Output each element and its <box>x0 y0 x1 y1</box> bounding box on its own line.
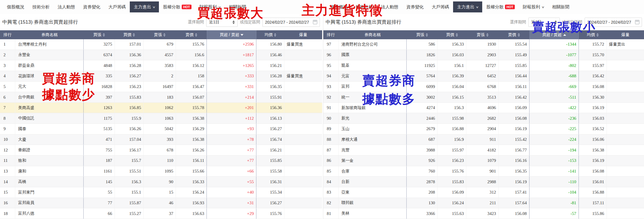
table-row[interactable]: 4花旗環球335156.272158+333156.28爆量買進 <box>0 71 322 82</box>
col-header-4[interactable]: 買價 <box>438 30 466 39</box>
nav-tab-8[interactable]: 相關新聞 <box>225 1 250 12</box>
table-row[interactable]: 85合庫760155.76901156.35-141156.08 <box>323 166 644 177</box>
table-row[interactable]: 82聯邦銀130156.24211157.64-81157.11 <box>323 198 644 209</box>
table-row[interactable]: 83亞東208156.09312157.41-104156.88 <box>323 187 644 198</box>
table-row[interactable]: 88摩根大通687156.9911155.42-224156.06 <box>323 134 644 145</box>
rank-cell: 4 <box>0 71 15 81</box>
sell-price-cell: 156.26 <box>176 145 207 155</box>
table-row[interactable]: 90新光2446155.982682156.08-236156.03 <box>323 113 644 124</box>
period-select[interactable]: 近1日 <box>528 18 560 27</box>
table-row[interactable]: 6台中商銀397155.83183156.07+214155.91 <box>0 92 322 103</box>
broker-name-cell: 永豐金 <box>15 50 84 60</box>
buy-volume-cell: 760 <box>407 166 438 177</box>
table-row[interactable]: 81美林3366155.633423156.08-57155.86 <box>323 208 644 219</box>
buy-volume-cell: 1826 <box>407 50 438 60</box>
table-row[interactable]: 15富邦東門55155.115156.24+40155.34 <box>0 187 322 198</box>
nav-tab-7[interactable]: 財報股利∨ <box>519 1 548 12</box>
col-header-5[interactable]: 賣張 <box>466 30 498 39</box>
table-row[interactable]: 18富邦八德66155.2737156.63+29155.76 <box>0 208 322 219</box>
net-cell: +2596 <box>207 39 256 50</box>
table-row[interactable]: 10大慶471157.04393156.38+78156.74 <box>0 134 322 145</box>
col-header-5[interactable]: 賣張 <box>144 30 176 39</box>
col-header-label: 排行 <box>327 32 335 38</box>
period-select[interactable]: 近1日 <box>206 18 238 27</box>
nav-tab-3[interactable]: 資券變化 <box>79 1 104 12</box>
table-row[interactable]: 7美商高盛1263156.851062155.78+201156.36 <box>0 103 322 113</box>
col-header-7[interactable]: 買超 / 賣超 <box>530 30 579 39</box>
broker-name-cell: 大慶 <box>15 134 84 145</box>
nav-tab-3[interactable]: 資券變化 <box>402 1 428 12</box>
rank-cell: 12 <box>0 145 15 155</box>
table-row[interactable]: 13康和1161155.511095155.66+66155.58 <box>0 166 322 177</box>
sell-price-cell: 155.54 <box>499 39 530 50</box>
col-header-label: 券商名稱 <box>41 32 57 38</box>
table-row[interactable]: 84台新2878155.832988156.19-110156.01 <box>323 177 644 187</box>
net-cell: -104 <box>530 187 579 198</box>
title-row: 中興電 (1513) 券商進出買賣超排行 選擇期間 近1日 或指定區間 2024… <box>0 14 322 30</box>
table-row[interactable]: 91新加坡商瑞銀4274156.34696156.09-422156.19 <box>323 103 644 113</box>
table-row[interactable]: 94元富5764156.396452156.44-688156.42 <box>323 71 644 82</box>
table-row[interactable]: 1台灣摩根士丹利3275157.01679155.76+2596156.80爆量… <box>0 39 322 50</box>
col-header-8[interactable]: 均價 <box>579 30 607 39</box>
table-row[interactable]: 16富邦南員77155.8746156.93+31156.27 <box>0 198 322 209</box>
broker-name-cell: 國票 <box>339 50 407 60</box>
sell-volume-cell: 1063 <box>144 113 176 123</box>
rank-cell: 9 <box>0 124 15 134</box>
col-header-4[interactable]: 買價 <box>115 30 144 39</box>
col-header-3[interactable]: 買張 <box>407 30 438 39</box>
page: 個股概況技術分析法人動態資券變化大戶籌碼主力進出∨股權分散HOT財報股利∨相關新… <box>0 0 644 219</box>
date-range-input[interactable]: 2024/02/27 - 2024/02/27 <box>585 18 642 27</box>
table-row[interactable]: 8中國信託1175155.91063156.38+112156.13 <box>0 113 322 124</box>
nav-tab-5[interactable]: 主力進出∨ <box>453 1 482 12</box>
col-header-label: 賣價 <box>508 32 516 38</box>
avg-price-cell: 155.58 <box>256 166 284 177</box>
table-row[interactable]: 95凱基11925156.112727155.85-802155.97 <box>323 60 644 71</box>
col-header-label: 爆量 <box>622 32 630 38</box>
nav-tab-label: 主力進出 <box>457 4 474 10</box>
nav-tab-4[interactable]: 大戶籌碼 <box>428 1 453 12</box>
net-cell: -194 <box>530 145 579 155</box>
nav-tab-6[interactable]: 股權分散HOT <box>159 1 195 12</box>
table-row[interactable]: 11致和187155.7110156.11+77155.85 <box>0 156 322 166</box>
sell-volume-cell: 2 <box>144 71 176 81</box>
col-header-6[interactable]: 賣價 <box>176 30 207 39</box>
table-row[interactable]: 5元大16828156.2316497156.47+331156.35 <box>0 82 322 92</box>
col-header-7[interactable]: 買超 / 賣超 <box>207 30 256 39</box>
nav-tab-5[interactable]: 主力進出∨ <box>130 1 159 12</box>
date-range-input[interactable]: 2024/02/27 - 2024/02/27 <box>262 18 320 27</box>
buy-volume-cell: 130 <box>407 198 438 208</box>
table-row[interactable]: 3群益金鼎4848156.283583156.12+1265156.21 <box>0 60 322 71</box>
nav-tab-0[interactable]: 個股概況 <box>326 1 352 12</box>
nav-tab-2[interactable]: 法人動態 <box>377 1 402 12</box>
sell-price-cell: 156.08 <box>499 113 530 123</box>
col-header-label: 賣張 <box>154 32 162 38</box>
nav-tab-4[interactable]: 大戶籌碼 <box>104 1 130 12</box>
table-row[interactable]: 93富邦6099156.046768156.11-669156.08 <box>323 82 644 92</box>
table-row[interactable]: 92統一3002156.153513156.42-511156.30 <box>323 92 644 103</box>
col-header-1: 排行 <box>0 30 15 39</box>
net-cell: +214 <box>207 92 256 102</box>
nav-tab-8[interactable]: 相關新聞 <box>548 1 573 12</box>
avg-price-cell: 156.35 <box>256 82 284 92</box>
col-header-label: 爆量 <box>299 32 307 38</box>
nav-tab-1[interactable]: 技術分析 <box>352 1 377 12</box>
table-row[interactable]: 89玉山2679156.882904156.19-225156.52 <box>323 124 644 134</box>
nav-tab-0[interactable]: 個股概況 <box>3 1 28 12</box>
table-row[interactable]: 87兆豐3988155.974182156.77-194156.38 <box>323 145 644 156</box>
table-row[interactable]: 12臺銀證755156.17678156.26+77156.21 <box>0 145 322 156</box>
table-row[interactable]: 14高橋145156.390156.33+55156.31 <box>0 177 322 187</box>
table-row[interactable]: 86第一金926156.231079156.16-153156.19 <box>323 156 644 166</box>
nav-tab-2[interactable]: 法人動態 <box>54 1 79 12</box>
table-row[interactable]: 9國泰5135156.265042156.29+93156.27 <box>0 124 322 134</box>
col-header-8[interactable]: 均價 <box>256 30 284 39</box>
col-header-6[interactable]: 賣價 <box>499 30 530 39</box>
table-row[interactable]: 97港商野村台北分公司586156.331930155.54-1344155.7… <box>323 39 644 50</box>
table-row[interactable]: 2永豐金6374156.364557156.6+1817156.46 <box>0 50 322 61</box>
rank-cell: 10 <box>0 134 15 145</box>
burst-cell <box>284 113 322 123</box>
nav-tab-6[interactable]: 股權分散HOT <box>482 1 519 12</box>
col-header-3[interactable]: 買張 <box>84 30 115 39</box>
table-row[interactable]: 96國票1826156.032903155.49-1077155.70 <box>323 50 644 61</box>
nav-tab-7[interactable]: 財報股利∨ <box>196 1 225 12</box>
nav-tab-1[interactable]: 技術分析 <box>28 1 54 12</box>
